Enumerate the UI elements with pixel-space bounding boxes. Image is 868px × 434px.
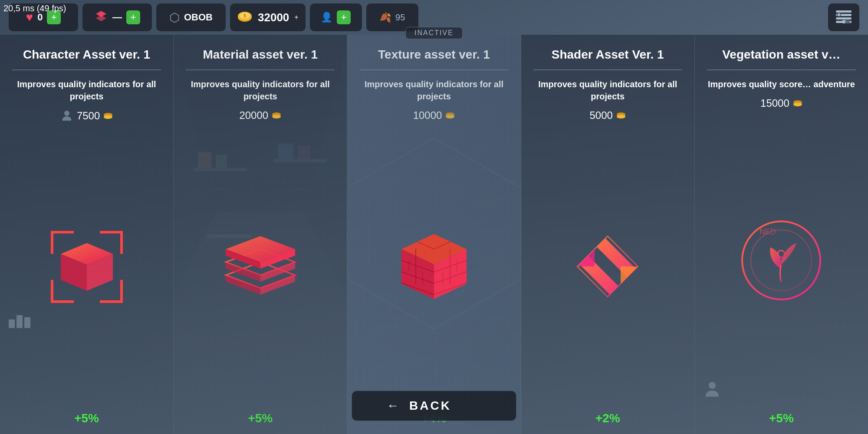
material-asset-icon: [213, 223, 308, 310]
coin-stack-texture-icon: [445, 112, 455, 118]
vegetation-person-icon: [704, 380, 721, 399]
add-coin-button[interactable]: +: [294, 13, 298, 21]
card-material-icon-area: [186, 126, 335, 407]
fps-counter: 20,5 ms (49 fps): [3, 3, 66, 13]
card-shader-divider: [533, 69, 682, 70]
svg-text:$: $: [243, 13, 246, 18]
card-vegetation-bonus: +5%: [769, 411, 794, 425]
svg-point-14: [64, 111, 69, 116]
add-layers-button[interactable]: +: [126, 10, 140, 24]
card-texture-icon-area: [359, 126, 508, 407]
coin-stack-small-icon: [103, 113, 113, 119]
vegetation-asset-icon: NED: [733, 213, 829, 308]
layers-dash: —: [112, 12, 122, 23]
dots-icon: ⬡: [169, 10, 180, 25]
svg-point-11: [842, 20, 845, 23]
card-material[interactable]: Material asset ver. 1 Improves quality i…: [174, 35, 347, 434]
add-player-button[interactable]: +: [337, 10, 351, 24]
card-character[interactable]: Character Asset ver. 1 Improves quality …: [0, 35, 174, 434]
layers-icon: [94, 9, 108, 26]
card-texture-divider: [359, 69, 508, 70]
coin-value: 32000: [258, 11, 289, 24]
player-counter: 👤 +: [310, 3, 362, 31]
card-texture-cost: 10000: [413, 109, 455, 122]
coin-stack-vegetation-icon: [793, 100, 802, 106]
card-character-cost-value: 7500: [77, 110, 100, 122]
coin-counter: $ 32000 +: [230, 3, 306, 31]
card-character-bonus: +5%: [74, 411, 99, 425]
card-shader-description: Improves quality indicators for all proj…: [533, 78, 682, 102]
card-vegetation-cost-value: 15000: [760, 97, 789, 109]
card-shader-title: Shader Asset Ver. 1: [552, 48, 664, 62]
card-vegetation-description: Improves quality score… adventure: [708, 78, 855, 90]
resource-value: 95: [395, 13, 405, 23]
card-character-cost: 7500: [60, 109, 113, 122]
card-texture-title: Texture asset ver. 1: [378, 48, 490, 62]
svg-marker-1: [96, 15, 106, 21]
svg-point-15: [62, 118, 64, 120]
svg-point-19: [104, 115, 112, 119]
card-vegetation-title: Vegetation asset v…: [722, 48, 840, 62]
svg-rect-8: [836, 17, 852, 20]
svg-marker-80: [577, 249, 595, 266]
card-vegetation[interactable]: Vegetation asset v… Improves quality sco…: [695, 35, 868, 434]
card-shader-cost: 5000: [590, 109, 626, 122]
player-icon: 👤: [321, 12, 332, 23]
shader-asset-icon: [560, 219, 655, 314]
coin-icon: $: [237, 10, 253, 25]
svg-point-13: [838, 13, 840, 16]
character-asset-icon: [39, 219, 135, 315]
inactive-badge: INACTIVE: [405, 27, 463, 39]
back-button[interactable]: ← BACK: [352, 391, 516, 421]
coin-stack-shader-icon: [616, 112, 626, 118]
card-vegetation-divider: [707, 69, 856, 70]
card-character-icon-area: [12, 127, 161, 407]
card-vegetation-icon-area: NED: [707, 114, 856, 407]
svg-text:NED: NED: [760, 227, 776, 236]
resource-icon: 🍂: [379, 12, 391, 23]
cards-container: Character Asset ver. 1 Improves quality …: [0, 35, 868, 434]
back-arrow-icon: ←: [387, 399, 401, 413]
svg-point-54: [446, 115, 454, 118]
svg-rect-6: [836, 10, 852, 13]
layers-counter: — +: [82, 3, 152, 31]
settings-icon: [834, 8, 853, 27]
svg-point-84: [793, 103, 802, 106]
dots-value: OBOB: [184, 12, 213, 23]
settings-button[interactable]: [828, 3, 859, 31]
dots-counter: ⬡ OBOB: [156, 3, 226, 31]
card-shader-bonus: +2%: [595, 411, 620, 425]
card-shader-icon-area: [533, 126, 682, 407]
card-texture-cost-value: 10000: [413, 109, 442, 122]
svg-point-16: [69, 118, 71, 120]
card-texture[interactable]: Texture asset ver. 1 Improves quality in…: [347, 35, 521, 434]
svg-marker-81: [621, 266, 638, 284]
svg-point-89: [709, 382, 716, 389]
svg-point-74: [617, 115, 625, 118]
card-character-description: Improves quality indicators for all proj…: [12, 78, 161, 102]
card-character-divider: [12, 69, 161, 70]
card-character-title: Character Asset ver. 1: [23, 48, 150, 62]
card-vegetation-cost: 15000: [760, 97, 802, 109]
card-shader-cost-value: 5000: [590, 109, 613, 122]
texture-asset-icon: [386, 221, 482, 312]
card-shader[interactable]: Shader Asset Ver. 1 Improves quality ind…: [521, 35, 695, 434]
card-texture-description: Improves quality indicators for all proj…: [359, 78, 508, 102]
back-label: BACK: [409, 399, 451, 413]
person-icon: [60, 109, 73, 122]
